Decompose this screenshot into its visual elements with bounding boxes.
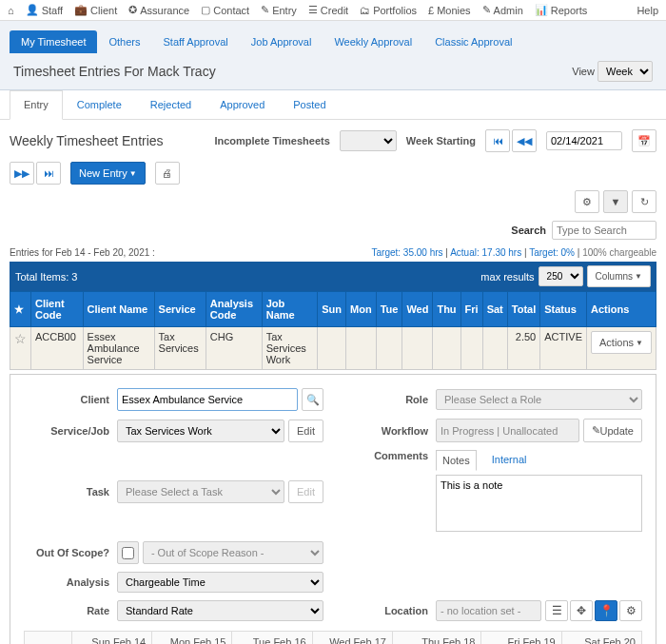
- analysis-label: Analysis: [24, 576, 109, 588]
- location-settings-button[interactable]: ⚙: [619, 600, 642, 621]
- location-field: [436, 600, 541, 621]
- cell-job: Tax Services Work: [262, 327, 318, 370]
- column-header[interactable]: Client Name: [83, 292, 154, 327]
- nav-client[interactable]: 💼 Client: [74, 4, 117, 16]
- week-first-button[interactable]: ⏮: [485, 129, 510, 152]
- column-header[interactable]: Wed: [402, 292, 433, 327]
- max-results-select[interactable]: 250: [539, 266, 583, 286]
- target-hours: Target: 35.00 hrs: [372, 247, 443, 258]
- rate-select[interactable]: Standard Rate: [117, 600, 323, 621]
- location-move-button[interactable]: ✥: [570, 600, 593, 621]
- column-header[interactable]: Actions: [586, 292, 656, 327]
- module-tabs: My Timesheet Others Staff Approval Job A…: [10, 30, 656, 53]
- tab-others[interactable]: Others: [97, 30, 151, 53]
- subtab-posted[interactable]: Posted: [279, 90, 340, 119]
- week-last-button[interactable]: ⏭: [36, 162, 61, 185]
- filter-button[interactable]: ▼: [603, 190, 628, 213]
- comments-tab-internal[interactable]: Internal: [486, 450, 533, 471]
- max-results-label: max results: [480, 271, 534, 283]
- incomplete-select[interactable]: [340, 130, 397, 151]
- view-label: View: [572, 66, 595, 77]
- panel-header: Weekly Timesheet Entries Incomplete Time…: [10, 129, 656, 185]
- notes-textarea[interactable]: This is a note: [436, 475, 642, 532]
- target-pct: Target: 0%: [529, 247, 575, 258]
- subtab-approved[interactable]: Approved: [206, 90, 279, 119]
- week-next-button[interactable]: ▶▶: [10, 162, 34, 185]
- page-title: Timesheet Entries For Mack Tracy: [13, 64, 216, 79]
- tab-weekly-approval[interactable]: Weekly Approval: [323, 30, 423, 53]
- location-label: Location: [343, 605, 428, 616]
- column-header[interactable]: Total: [507, 292, 539, 327]
- column-header[interactable]: Service: [154, 292, 206, 327]
- section-header: My Timesheet Others Staff Approval Job A…: [0, 21, 666, 90]
- cell-status: ACTIVE: [540, 327, 587, 370]
- settings-button[interactable]: ⚙: [575, 190, 599, 213]
- column-header[interactable]: Sun: [318, 292, 346, 327]
- day-header: Wed Feb 17: [312, 632, 392, 645]
- star-column[interactable]: ★: [10, 292, 31, 327]
- analysis-select[interactable]: Chargeable Time: [117, 572, 323, 593]
- subtab-entry[interactable]: Entry: [10, 90, 63, 120]
- column-header[interactable]: Fri: [460, 292, 482, 327]
- column-header[interactable]: Analysis Code: [206, 292, 262, 327]
- tab-job-approval[interactable]: Job Approval: [240, 30, 323, 53]
- location-pin-button[interactable]: 📍: [595, 600, 617, 621]
- column-header[interactable]: Job Name: [262, 292, 318, 327]
- subtab-rejected[interactable]: Rejected: [136, 90, 206, 119]
- tab-my-timesheet[interactable]: My Timesheet: [10, 30, 97, 53]
- column-header[interactable]: Thu: [433, 292, 460, 327]
- nav-admin[interactable]: ✎ Admin: [482, 4, 523, 16]
- print-button[interactable]: 🖨: [155, 162, 180, 185]
- search-input[interactable]: [552, 221, 656, 240]
- nav-reports[interactable]: 📊 Reports: [535, 4, 588, 16]
- comments-tab-notes[interactable]: Notes: [436, 450, 477, 471]
- client-search-button[interactable]: 🔍: [302, 388, 323, 411]
- columns-button[interactable]: Columns ▼: [587, 265, 651, 287]
- nav-staff[interactable]: 👤 Staff: [26, 4, 63, 16]
- task-select[interactable]: Please Select a Task: [117, 480, 284, 503]
- weekstart-input[interactable]: [546, 131, 622, 150]
- calendar-button[interactable]: 📅: [632, 129, 656, 152]
- nav-assurance[interactable]: ✪ Assurance: [128, 4, 189, 16]
- nav-monies[interactable]: £ Monies: [428, 5, 471, 16]
- cell-service: Tax Services: [154, 327, 206, 370]
- nav-portfolios[interactable]: 🗂 Portfolios: [360, 5, 417, 16]
- oos-reason-select[interactable]: - Out of Scope Reason -: [143, 541, 323, 564]
- star-cell[interactable]: ☆: [10, 327, 31, 370]
- column-header[interactable]: Status: [540, 292, 587, 327]
- column-header[interactable]: Client Code: [31, 292, 84, 327]
- tab-staff-approval[interactable]: Staff Approval: [151, 30, 239, 53]
- date-range-label: Entries for Feb 14 - Feb 20, 2021 :: [10, 247, 155, 258]
- new-entry-button[interactable]: New Entry ▼: [70, 162, 146, 185]
- nav-entry[interactable]: ✎ Entry: [261, 4, 297, 16]
- table-row[interactable]: ☆ACCB00Essex Ambulance ServiceTax Servic…: [10, 327, 656, 370]
- column-header[interactable]: Tue: [376, 292, 402, 327]
- tab-classic-approval[interactable]: Classic Approval: [423, 30, 523, 53]
- role-select[interactable]: Please Select a Role: [436, 389, 642, 410]
- rate-label: Rate: [24, 605, 109, 616]
- workflow-field: [436, 419, 579, 442]
- nav-contact[interactable]: ▢ Contact: [201, 4, 249, 16]
- location-list-button[interactable]: ☰: [545, 600, 568, 621]
- comments-label: Comments: [343, 450, 428, 461]
- row-actions-button[interactable]: Actions▼: [591, 331, 652, 354]
- nav-help[interactable]: Help: [637, 5, 658, 16]
- oos-checkbox[interactable]: [122, 547, 134, 559]
- servicejob-edit-button[interactable]: Edit: [288, 420, 323, 442]
- view-select[interactable]: Week: [597, 61, 653, 82]
- role-label: Role: [343, 394, 428, 405]
- week-prev-button[interactable]: ◀◀: [512, 129, 537, 152]
- column-header[interactable]: Sat: [482, 292, 507, 327]
- servicejob-select[interactable]: Tax Services Work: [117, 420, 284, 442]
- nav-credit[interactable]: ☰ Credit: [308, 4, 348, 16]
- oos-label: Out Of Scope?: [24, 547, 109, 558]
- home-icon[interactable]: ⌂: [8, 5, 14, 16]
- subtab-complete[interactable]: Complete: [63, 90, 136, 119]
- column-header[interactable]: Mon: [346, 292, 377, 327]
- workflow-update-button[interactable]: ✎ Update: [583, 419, 642, 442]
- top-nav: ⌂ 👤 Staff 💼 Client ✪ Assurance ▢ Contact…: [0, 0, 666, 21]
- day-header: Thu Feb 18: [392, 632, 481, 645]
- day-header: Fri Feb 19: [481, 632, 561, 645]
- client-input[interactable]: [117, 388, 298, 411]
- refresh-button[interactable]: ↻: [632, 190, 656, 213]
